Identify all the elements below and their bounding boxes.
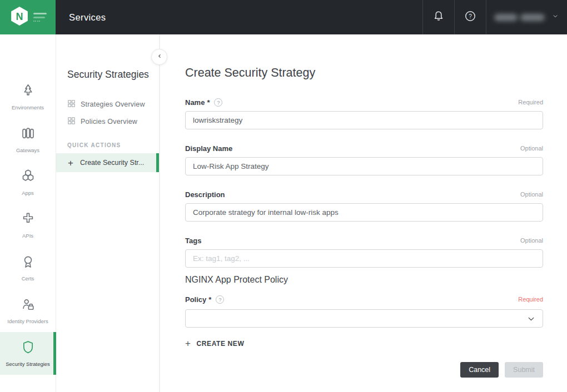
app-window: N Services ?: [0, 0, 567, 392]
description-label: Description: [185, 190, 225, 199]
svg-text:N: N: [16, 11, 23, 22]
grid-icon: [67, 117, 76, 127]
policy-field-group: Policy * ? Required: [185, 295, 543, 328]
subnav-title: Security Strategies: [67, 69, 159, 81]
nginx-hexagon-icon: N: [9, 5, 29, 29]
help-button[interactable]: ?: [454, 0, 486, 34]
svg-text:?: ?: [469, 13, 472, 19]
question-circle-icon: ?: [464, 9, 477, 25]
name-field-group: Name * ? Required: [185, 98, 543, 129]
user-menu[interactable]: [486, 0, 567, 34]
optional-badge: Optional: [520, 191, 543, 198]
gates-icon: [21, 126, 36, 143]
user-name-redacted: [494, 14, 545, 21]
nginx-logo[interactable]: N: [0, 0, 56, 34]
grid-icon: [67, 99, 76, 109]
sidebar-item-gateways[interactable]: Gateways: [0, 118, 56, 161]
help-tooltip-icon[interactable]: ?: [216, 295, 224, 304]
policy-label: Policy: [185, 295, 206, 304]
chevron-down-icon: [551, 12, 559, 22]
subnav-item-policies-overview[interactable]: Policies Overview: [67, 113, 159, 130]
ribbon-icon: [21, 254, 36, 272]
app-body: Environments Gateways: [0, 34, 567, 392]
sidebar-item-apps[interactable]: Apps: [0, 161, 56, 204]
notifications-button[interactable]: [422, 0, 454, 34]
plus-icon: +: [185, 339, 191, 348]
sidebar-item-environments[interactable]: Environments: [0, 76, 56, 118]
main-sidebar: Environments Gateways: [0, 34, 56, 392]
display-name-field-group: Display Name Optional: [185, 144, 543, 175]
policy-select[interactable]: [185, 309, 543, 328]
required-asterisk: *: [207, 98, 210, 107]
required-asterisk: *: [208, 295, 211, 304]
description-field-group: Description Optional: [185, 190, 543, 222]
page-title: Create Security Strategy: [185, 66, 543, 80]
menu-lines-icon: [33, 13, 47, 22]
collapse-sidebar-button[interactable]: [151, 49, 167, 65]
top-header: N Services ?: [0, 0, 567, 34]
create-new-link[interactable]: + CREATE NEW: [185, 339, 244, 348]
help-tooltip-icon[interactable]: ?: [214, 98, 222, 107]
plus-icon: +: [68, 158, 73, 168]
nginx-app-protect-policy-heading: NGINX App Protect Policy: [185, 275, 543, 285]
tags-input[interactable]: [185, 249, 543, 268]
form-actions: Cancel Submit: [185, 362, 543, 378]
sidebar-item-security-strategies[interactable]: Security Strategies: [0, 332, 56, 375]
name-input[interactable]: [185, 111, 543, 129]
display-name-input[interactable]: [185, 157, 543, 175]
sidebar-item-apis[interactable]: APIs: [0, 204, 56, 247]
sidebar-item-certs[interactable]: Certs: [0, 247, 56, 289]
quick-actions-label: QUICK ACTIONS: [67, 142, 159, 148]
sub-sidebar: Security Strategies Strategies Overview: [56, 34, 160, 392]
name-label: Name: [185, 98, 205, 107]
required-badge: Required: [518, 99, 543, 105]
chevron-left-icon: [156, 52, 163, 62]
shield-icon: [21, 340, 36, 357]
optional-badge: Optional: [520, 145, 543, 152]
tree-icon: [21, 83, 36, 100]
optional-badge: Optional: [520, 237, 543, 244]
required-badge-red: Required: [518, 296, 543, 303]
bell-icon: [432, 9, 445, 25]
cancel-button[interactable]: Cancel: [460, 362, 499, 378]
app-title: Services: [69, 12, 106, 23]
quick-action-create-security-strategy[interactable]: + Create Security Str...: [56, 153, 159, 172]
tags-label: Tags: [185, 237, 201, 245]
header-actions: ?: [422, 0, 567, 34]
sidebar-item-identity-providers[interactable]: Identity Providers: [0, 289, 56, 332]
person-lock-icon: [21, 297, 36, 314]
submit-button[interactable]: Submit: [505, 362, 543, 378]
tags-field-group: Tags Optional: [185, 236, 543, 268]
display-name-label: Display Name: [185, 144, 232, 153]
cross-icon: [21, 212, 36, 229]
subnav-items: Strategies Overview Policies Overview: [67, 96, 159, 130]
subnav-item-strategies-overview[interactable]: Strategies Overview: [67, 96, 159, 113]
main-content: Create Security Strategy Name * ? Requir…: [160, 34, 567, 392]
hexagons-icon: [21, 169, 36, 186]
description-input[interactable]: [185, 203, 543, 222]
